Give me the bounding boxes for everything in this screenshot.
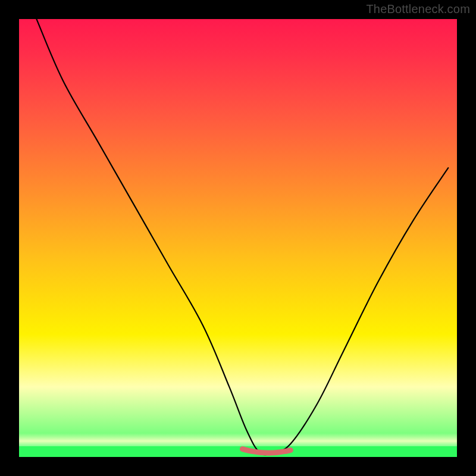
chart-frame: TheBottleneck.com <box>0 0 476 476</box>
watermark-label: TheBottleneck.com <box>366 2 470 16</box>
plot-area <box>19 19 457 457</box>
bottleneck-curve <box>36 19 448 455</box>
curve-layer <box>19 19 457 457</box>
valley-marker <box>242 449 290 453</box>
